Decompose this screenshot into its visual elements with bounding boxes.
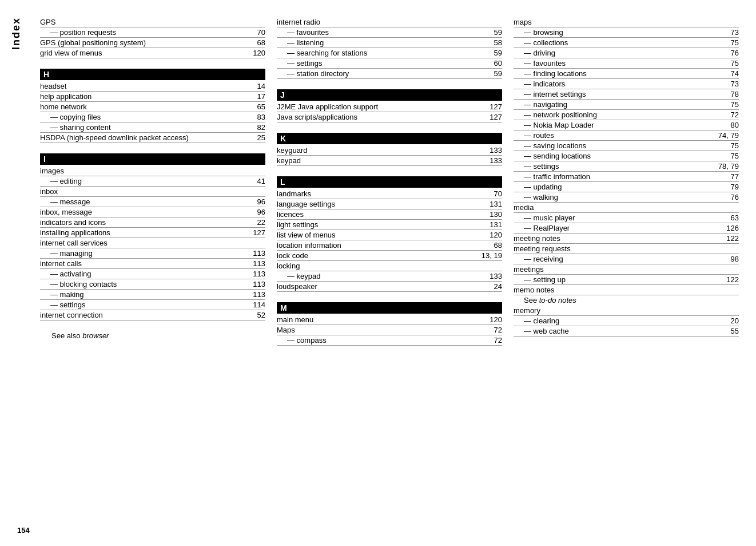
h-section: H headset 14 help application 17 home ne… bbox=[40, 69, 265, 143]
list-item: light settings 131 bbox=[277, 220, 502, 230]
see-also-browser: See also browser bbox=[40, 331, 265, 341]
list-item: licences 130 bbox=[277, 209, 502, 220]
section-header-i: I bbox=[40, 153, 265, 165]
list-item: inbox bbox=[40, 187, 265, 197]
list-item: internet radio bbox=[277, 17, 502, 27]
i-section: I images — editing 41 inbox — message 96… bbox=[40, 153, 265, 321]
list-item: — routes 74, 79 bbox=[514, 130, 739, 141]
list-item: — activating 113 bbox=[40, 269, 265, 279]
list-item: installing applications 127 bbox=[40, 228, 265, 238]
list-item: — RealPlayer 126 bbox=[514, 223, 739, 234]
section-header-m: M bbox=[277, 302, 502, 314]
section-header-j: J bbox=[277, 89, 502, 101]
list-item: memory bbox=[514, 306, 739, 316]
page-number: 154 bbox=[17, 526, 30, 535]
list-item: — settings 60 bbox=[277, 58, 502, 69]
list-item: internet call services bbox=[40, 238, 265, 248]
list-item: — navigating 75 bbox=[514, 100, 739, 110]
list-item: list view of menus 120 bbox=[277, 230, 502, 240]
list-item: — web cache 55 bbox=[514, 326, 739, 337]
list-item: — editing 41 bbox=[40, 176, 265, 187]
list-item: — station directory 59 bbox=[277, 69, 502, 79]
list-item: locking bbox=[277, 261, 502, 271]
list-item: GPS (global positioning system) 68 bbox=[40, 38, 265, 48]
list-item: language settings 131 bbox=[277, 199, 502, 209]
list-item: lock code 13, 19 bbox=[277, 251, 502, 261]
list-item: — driving 76 bbox=[514, 48, 739, 58]
list-item: — internet settings 78 bbox=[514, 89, 739, 100]
list-item: — settings 114 bbox=[40, 300, 265, 310]
list-item: grid view of menus 120 bbox=[40, 48, 265, 58]
list-item: — clearing 20 bbox=[514, 316, 739, 326]
list-item: meeting requests bbox=[514, 244, 739, 254]
list-item: — message 96 bbox=[40, 197, 265, 207]
list-item: meeting notes 122 bbox=[514, 234, 739, 244]
l-section: L landmarks 70 language settings 131 lic… bbox=[277, 176, 502, 292]
list-item: keypad 133 bbox=[277, 156, 502, 166]
list-item: meetings bbox=[514, 264, 739, 275]
list-item: See to-do notes bbox=[514, 295, 739, 306]
list-item: images bbox=[40, 166, 265, 176]
list-item: — sending locations 75 bbox=[514, 151, 739, 161]
list-item: maps bbox=[514, 17, 739, 27]
internet-radio-section: internet radio — favourites 59 — listeni… bbox=[277, 17, 502, 79]
list-item: — Nokia Map Loader 80 bbox=[514, 120, 739, 130]
list-item: main menu 120 bbox=[277, 315, 502, 325]
list-item: — walking 76 bbox=[514, 192, 739, 203]
list-item: — browsing 73 bbox=[514, 27, 739, 38]
list-item: — saving locations 75 bbox=[514, 141, 739, 151]
list-item: memo notes bbox=[514, 285, 739, 295]
list-item: internet calls 113 bbox=[40, 259, 265, 269]
j-section: J J2ME Java application support 127 Java… bbox=[277, 89, 502, 122]
list-item: location information 68 bbox=[277, 240, 502, 251]
k-section: K keyguard 133 keypad 133 bbox=[277, 133, 502, 166]
list-item: media bbox=[514, 203, 739, 213]
list-item: — listening 58 bbox=[277, 38, 502, 48]
list-item: loudspeaker 24 bbox=[277, 282, 502, 292]
list-item: — copying files 83 bbox=[40, 112, 265, 122]
list-item: GPS bbox=[40, 17, 265, 27]
list-item: — blocking contacts 113 bbox=[40, 279, 265, 290]
list-item: landmarks 70 bbox=[277, 189, 502, 199]
list-item: — sharing content 82 bbox=[40, 122, 265, 133]
list-item: — searching for stations 59 bbox=[277, 48, 502, 58]
list-item: — music player 63 bbox=[514, 213, 739, 223]
maps-section: maps — browsing 73 — collections 75 — dr… bbox=[514, 17, 739, 337]
list-item: inbox, message 96 bbox=[40, 207, 265, 217]
list-item: Java scripts/applications 127 bbox=[277, 112, 502, 122]
list-item: — setting up 122 bbox=[514, 275, 739, 285]
list-item: — finding locations 74 bbox=[514, 69, 739, 79]
list-item: — position requests 70 bbox=[40, 27, 265, 38]
column-1: GPS — position requests 70 GPS (global p… bbox=[34, 17, 271, 356]
list-item: — favourites 75 bbox=[514, 58, 739, 69]
section-header-h: H bbox=[40, 69, 265, 80]
list-item: HSDPA (high-speed downlink packet access… bbox=[40, 133, 265, 143]
list-item: help application 17 bbox=[40, 92, 265, 102]
m-section: M main menu 120 Maps 72 — compass 72 bbox=[277, 302, 502, 346]
list-item: — compass 72 bbox=[277, 335, 502, 346]
list-item: — updating 79 bbox=[514, 182, 739, 192]
section-header-l: L bbox=[277, 176, 502, 188]
list-item: home network 65 bbox=[40, 102, 265, 112]
list-item: — making 113 bbox=[40, 290, 265, 300]
list-item: indicators and icons 22 bbox=[40, 217, 265, 228]
list-item: — managing 113 bbox=[40, 248, 265, 259]
list-item: keyguard 133 bbox=[277, 145, 502, 156]
index-label: Index bbox=[10, 17, 22, 50]
column-3: maps — browsing 73 — collections 75 — dr… bbox=[508, 17, 745, 356]
list-item: internet connection 52 bbox=[40, 310, 265, 321]
list-item: — receiving 98 bbox=[514, 254, 739, 264]
list-item: — keypad 133 bbox=[277, 271, 502, 282]
gps-section: GPS — position requests 70 GPS (global p… bbox=[40, 17, 265, 58]
list-item: Maps 72 bbox=[277, 325, 502, 335]
list-item: — favourites 59 bbox=[277, 27, 502, 38]
list-item: — traffic information 77 bbox=[514, 172, 739, 182]
list-item: headset 14 bbox=[40, 81, 265, 92]
list-item: — indicators 73 bbox=[514, 79, 739, 89]
list-item: — collections 75 bbox=[514, 38, 739, 48]
list-item: — settings 78, 79 bbox=[514, 161, 739, 172]
list-item: — network positioning 72 bbox=[514, 110, 739, 120]
column-2: internet radio — favourites 59 — listeni… bbox=[271, 17, 508, 356]
section-header-k: K bbox=[277, 133, 502, 144]
list-item: J2ME Java application support 127 bbox=[277, 102, 502, 112]
